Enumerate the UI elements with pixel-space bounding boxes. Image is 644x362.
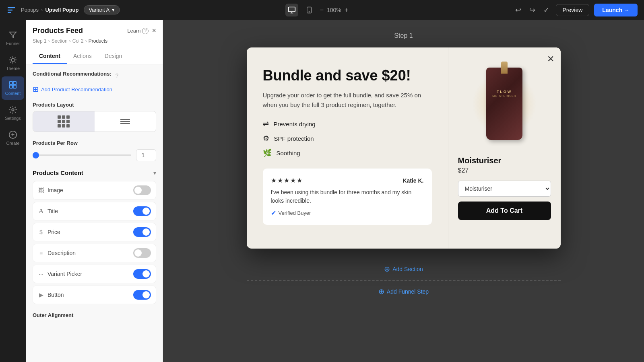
feature-row-0: ⇌ Prevents drying — [263, 119, 432, 128]
tab-actions[interactable]: Actions — [67, 49, 98, 64]
description-icon: ≡ — [38, 250, 44, 256]
bottle-label: FLŌW MOISTURISER — [489, 90, 520, 97]
per-row-input[interactable]: 1 — [136, 149, 156, 161]
grid-icon — [58, 115, 70, 128]
toggle-row-button: ▶ Button — [33, 286, 156, 304]
layout-grid-btn[interactable] — [33, 111, 95, 132]
redo-button[interactable]: ↪ — [528, 4, 537, 16]
mobile-device-btn[interactable] — [303, 4, 315, 16]
toggle-row-description: ≡ Description — [33, 244, 156, 262]
add-recommendation-btn[interactable]: ⊞ Add Product Recommendation — [33, 85, 156, 94]
variant-picker-icon: ··· — [38, 271, 44, 277]
outer-alignment-label: Outer Alignment — [33, 312, 156, 318]
sidebar-item-theme[interactable]: Theme — [2, 51, 24, 75]
toggle-price-left: $ Price — [38, 229, 60, 235]
launch-button[interactable]: Launch → — [594, 4, 638, 16]
products-layout-section: Products Layout — [33, 102, 156, 132]
undo-button[interactable]: ↩ — [514, 4, 523, 16]
review-header: ★★★★★ Katie K. — [271, 177, 424, 184]
help-circle-icon: ? — [142, 28, 149, 34]
panel-breadcrumb: Step 1 › Section › Col 2 › Products — [33, 38, 156, 44]
tab-design[interactable]: Design — [98, 49, 129, 64]
feature-text-0: Prevents drying — [274, 121, 316, 128]
tab-content[interactable]: Content — [33, 49, 67, 64]
title-toggle[interactable] — [133, 206, 151, 216]
variant-toggle[interactable] — [133, 269, 151, 279]
products-content-header[interactable]: Products Content ▾ — [33, 169, 156, 176]
breadcrumb-parent[interactable]: Popups — [21, 7, 39, 13]
svg-rect-4 — [10, 82, 12, 84]
per-row-controls: 1 — [33, 149, 156, 161]
learn-link[interactable]: Learn ? — [127, 28, 149, 34]
zoom-control: − 100% + — [320, 6, 349, 14]
button-toggle[interactable] — [133, 290, 151, 300]
panel-close-button[interactable]: × — [152, 27, 156, 35]
svg-point-2 — [309, 11, 310, 12]
breadcrumb-current[interactable]: Upsell Popup — [45, 7, 78, 13]
add-section-btn[interactable]: ⊕ Add Section — [247, 258, 561, 280]
panel-header: Products Feed Learn ? × Step 1 › Section… — [26, 20, 163, 64]
bottle-brand-text: FLŌW — [492, 90, 516, 94]
button-toggle-slider — [133, 290, 151, 300]
price-icon: $ — [38, 229, 44, 235]
chevron-down-icon: ▾ — [153, 170, 156, 176]
breadcrumb-sep1: › — [41, 7, 43, 13]
sidebar-item-funnel[interactable]: Funnel — [2, 27, 24, 50]
panel-title-row: Products Feed Learn ? × — [33, 27, 156, 35]
zoom-in-btn[interactable]: + — [345, 6, 348, 14]
add-to-cart-button[interactable]: Add To Cart — [458, 202, 551, 220]
panel-bc-sep2: › — [69, 38, 71, 44]
description-toggle-slider — [133, 248, 151, 258]
panel-bc-col[interactable]: Col 2 — [72, 38, 84, 44]
toggle-description-left: ≡ Description — [38, 250, 76, 256]
product-variant-select[interactable]: Moisturiser — [458, 181, 551, 197]
learn-label: Learn — [127, 28, 140, 34]
add-rec-label: Add Product Recommendation — [41, 86, 112, 93]
variant-selector[interactable]: Variant A ▾ — [84, 5, 120, 14]
canvas-area: Step 1 ✕ Bundle and save $20! Upgrade yo… — [163, 20, 644, 362]
title-toggle-slider — [133, 206, 151, 216]
desktop-device-btn[interactable] — [285, 4, 298, 16]
variant-toggle-slider — [133, 269, 151, 279]
product-name: Moisturiser — [458, 156, 502, 165]
image-icon: 🖼 — [38, 187, 44, 193]
sidebar-settings-label: Settings — [5, 116, 21, 121]
panel-bc-step[interactable]: Step 1 — [33, 38, 47, 44]
popup-left: Bundle and save $20! Upgrade your order … — [247, 47, 448, 249]
preview-button[interactable]: Preview — [556, 4, 590, 16]
per-row-slider[interactable] — [33, 154, 131, 156]
products-content-label: Products Content — [33, 169, 83, 176]
toggle-row-image: 🖼 Image — [33, 181, 156, 200]
price-toggle[interactable] — [133, 227, 151, 237]
popup-headline: Bundle and save $20! — [263, 67, 432, 84]
sidebar-item-content[interactable]: Content — [2, 76, 24, 100]
add-funnel-step-label: Add Funnel Step — [387, 288, 429, 295]
svg-rect-0 — [288, 7, 295, 12]
feature-icon-1: ⚙ — [263, 134, 269, 143]
description-toggle[interactable] — [133, 248, 151, 258]
sidebar-item-settings[interactable]: Settings — [2, 101, 24, 125]
description-label: Description — [47, 250, 76, 256]
toggle-row-variant-picker: ··· Variant Picker — [33, 265, 156, 283]
panel-tabs: Content Actions Design — [33, 49, 156, 64]
zoom-out-btn[interactable]: − — [320, 6, 324, 14]
panel-bc-sep1: › — [48, 38, 50, 44]
topbar-center: − 100% + — [125, 4, 508, 16]
feature-text-2: Soothing — [277, 150, 300, 156]
image-toggle[interactable] — [133, 185, 151, 195]
popup-close-button[interactable]: ✕ — [547, 54, 554, 64]
sidebar-item-create[interactable]: Create — [2, 126, 24, 150]
layout-list-btn[interactable] — [95, 111, 156, 132]
add-funnel-step-btn[interactable]: ⊕ Add Funnel Step — [247, 280, 561, 302]
status-button[interactable]: ✓ — [542, 4, 551, 16]
add-section-label: Add Section — [392, 266, 423, 272]
review-footer: ✔ Verified Buyer — [271, 209, 424, 217]
cond-rec-help-icon[interactable]: ? — [116, 72, 119, 79]
bottle-pump — [501, 62, 508, 74]
review-box: ★★★★★ Katie K. I've been using this bund… — [263, 169, 432, 225]
per-row-label: Products Per Row — [33, 140, 156, 146]
sidebar-funnel-label: Funnel — [6, 41, 20, 46]
toggle-title-left: A Title — [38, 208, 58, 215]
panel-bc-section[interactable]: Section — [52, 38, 68, 44]
popup-subtext: Upgrade your order to get the full bundl… — [263, 90, 432, 110]
